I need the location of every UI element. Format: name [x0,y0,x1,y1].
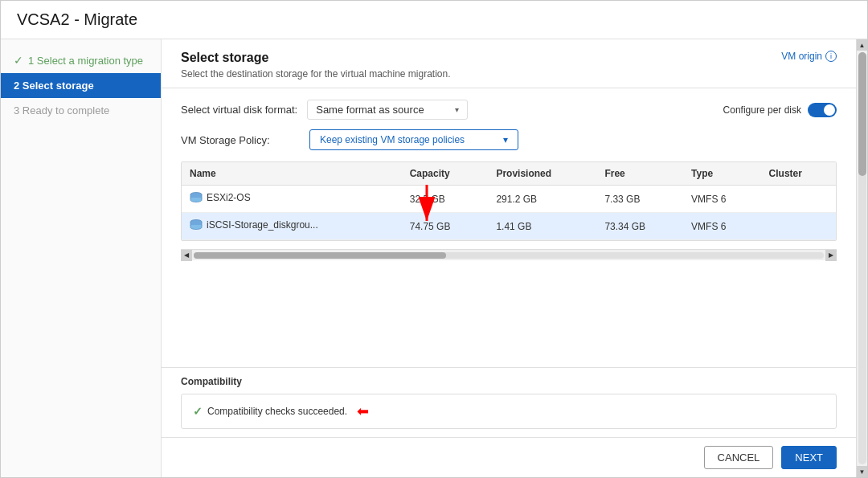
configure-per-disk-label: Configure per disk [723,104,801,116]
next-button[interactable]: NEXT [781,446,837,469]
scroll-thumb [194,252,446,259]
compatibility-title: Compatibility [181,376,837,387]
cell-provisioned: 291.2 GB [488,186,596,213]
cell-capacity: 32.5 GB [402,186,489,213]
horizontal-scrollbar[interactable]: ◀ ▶ [181,249,837,260]
window-title: VCSA2 - Migrate [17,10,851,29]
col-name: Name [182,162,402,186]
chevron-down-icon: ▾ [455,105,459,114]
disk-format-dropdown[interactable]: Same format as source ▾ [307,100,468,120]
col-provisioned: Provisioned [488,162,596,186]
sidebar-item-step1[interactable]: ✓ 1 Select a migration type [1,47,161,73]
table-row[interactable]: iSCSI-Storage_diskgrou...74.75 GB1.41 GB… [182,213,836,240]
policy-chevron-down-icon: ▾ [503,134,508,145]
checkmark-icon: ✓ [14,54,23,67]
disk-format-row: Select virtual disk format: Same format … [181,100,837,120]
col-free: Free [596,162,683,186]
vm-storage-policy-label: VM Storage Policy: [181,134,309,146]
content-header-left: Select storage Select the destination st… [181,51,451,80]
cell-cluster [761,186,836,213]
scroll-down-arrow[interactable]: ▼ [857,466,868,477]
vm-storage-policy-value: Keep existing VM storage policies [320,134,465,145]
cell-free: 7.33 GB [596,186,683,213]
col-type: Type [683,162,760,186]
cell-cluster [761,213,836,240]
scroll-left-arrow[interactable]: ◀ [181,250,192,261]
vert-scroll-thumb [858,52,866,176]
vm-storage-policy-dropdown[interactable]: Keep existing VM storage policies ▾ [309,129,518,150]
configure-per-disk: Configure per disk [723,103,837,117]
content-body: Select virtual disk format: Same format … [162,88,856,367]
compatibility-section: Compatibility ✓ Compatibility checks suc… [162,367,856,437]
configure-per-disk-toggle[interactable] [808,103,837,117]
scroll-up-arrow[interactable]: ▲ [857,39,868,51]
vertical-scrollbar[interactable]: ▲ ▼ [856,39,867,477]
sidebar: ✓ 1 Select a migration type 2 Select sto… [1,39,162,477]
cell-name: iSCSI-Storage_diskgrou... [182,213,402,240]
info-icon: i [825,51,837,62]
storage-table-wrapper: Name Capacity Provisioned Free Type Clus… [181,161,837,241]
col-capacity: Capacity [402,162,489,186]
vm-storage-policy-row: VM Storage Policy: Keep existing VM stor… [181,129,837,150]
cancel-button[interactable]: CANCEL [704,446,774,469]
annotation-arrow: ⬅ [357,402,369,420]
vm-origin-link[interactable]: VM origin i [781,51,837,62]
sidebar-step2-label: 2 Select storage [14,80,94,92]
sidebar-step3-label: 3 Ready to complete [14,104,109,116]
cell-name: ESXi2-OS [182,186,402,213]
section-title: Select storage [181,51,451,65]
disk-format-label: Select virtual disk format: [181,104,297,116]
vm-origin-label: VM origin [781,51,822,62]
sidebar-item-step3[interactable]: 3 Ready to complete [1,98,161,123]
content-header: Select storage Select the destination st… [162,39,856,88]
content-area: Select storage Select the destination st… [162,39,856,477]
main-content: ✓ 1 Select a migration type 2 Select sto… [1,39,867,477]
col-cluster: Cluster [761,162,836,186]
sidebar-step1-label: 1 Select a migration type [28,55,143,67]
cell-capacity: 74.75 GB [402,213,489,240]
table-header-row: Name Capacity Provisioned Free Type Clus… [182,162,836,186]
cell-type: VMFS 6 [683,213,760,240]
cell-provisioned: 1.41 GB [488,213,596,240]
cell-type: VMFS 6 [683,186,760,213]
action-bar: CANCEL NEXT [162,437,856,477]
sidebar-item-step2[interactable]: 2 Select storage [1,73,161,98]
section-description: Select the destination storage for the v… [181,68,451,80]
storage-table: Name Capacity Provisioned Free Type Clus… [182,162,836,240]
cell-free: 73.34 GB [596,213,683,240]
compatibility-box: ✓ Compatibility checks succeeded. ⬅ [181,394,837,429]
disk-format-value: Same format as source [316,104,424,116]
scroll-track [194,252,824,259]
scroll-right-arrow[interactable]: ▶ [825,250,837,261]
compatibility-message: Compatibility checks succeeded. [207,406,347,417]
table-row[interactable]: ESXi2-OS32.5 GB291.2 GB7.33 GBVMFS 6 [182,186,836,213]
compat-checkmark-icon: ✓ [193,405,203,418]
vert-scroll-track [858,52,866,464]
title-bar: VCSA2 - Migrate [1,1,867,39]
app-window: VCSA2 - Migrate ✓ 1 Select a migration t… [0,0,868,478]
